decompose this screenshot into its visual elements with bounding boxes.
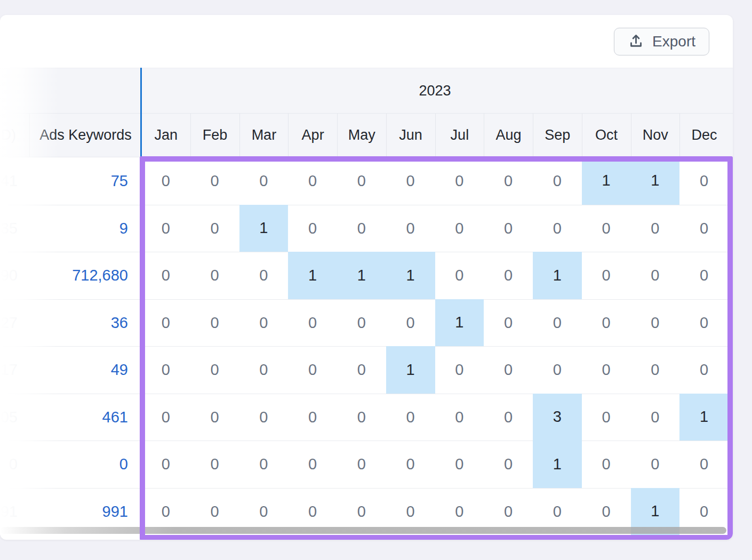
cell-sep: 0 <box>533 157 582 205</box>
month-header-may: May <box>337 114 386 157</box>
month-header-sep: Sep <box>533 114 582 157</box>
cell-jun: 0 <box>386 300 435 347</box>
cell-nov: 0 <box>631 300 680 347</box>
cell-aug: 0 <box>484 205 533 252</box>
month-header-dec: Dec <box>679 114 729 157</box>
export-button[interactable]: Export <box>614 28 709 55</box>
row-id-partial: 0 <box>0 441 18 488</box>
ads-keywords-link[interactable]: 75 <box>29 157 128 205</box>
table-row: 00000000001000 <box>0 441 733 488</box>
ads-keywords-link[interactable]: 36 <box>29 300 128 347</box>
cell-dec: 0 <box>679 441 729 488</box>
cell-jun: 0 <box>386 157 435 205</box>
horizontal-scrollbar[interactable] <box>0 527 726 534</box>
ads-keywords-link[interactable]: 49 <box>29 347 128 394</box>
cell-feb: 0 <box>190 157 239 205</box>
cell-oct: 0 <box>582 441 631 488</box>
cell-dec: 0 <box>679 205 729 252</box>
cell-mar: 0 <box>239 394 289 441</box>
table-row: 1749000001000000 <box>0 346 733 394</box>
row-id-partial: 05 <box>0 394 18 441</box>
cell-aug: 0 <box>484 157 533 205</box>
table-body: 417500000000011035900100000000090712,680… <box>0 157 733 535</box>
cell-may: 1 <box>337 252 386 299</box>
hidden-column-header: D) <box>0 114 16 157</box>
cell-may: 0 <box>337 441 386 488</box>
cell-jan: 0 <box>141 300 190 347</box>
cell-jan: 0 <box>141 157 190 205</box>
cell-nov: 0 <box>631 252 680 299</box>
row-id-partial: 27 <box>0 300 18 347</box>
cell-may: 0 <box>337 205 386 252</box>
cell-mar: 1 <box>239 205 289 252</box>
cell-feb: 0 <box>190 394 239 441</box>
cell-sep: 3 <box>533 394 582 441</box>
cell-aug: 0 <box>484 394 533 441</box>
year-header: 2023 <box>141 68 729 113</box>
cell-oct: 0 <box>582 252 631 299</box>
ads-keywords-link[interactable]: 712,680 <box>29 252 128 299</box>
cell-mar: 0 <box>239 300 289 347</box>
year-header-band: 2023 <box>0 68 733 113</box>
month-header-aug: Aug <box>484 114 533 157</box>
cell-may: 0 <box>337 347 386 394</box>
row-id-partial: 17 <box>0 347 18 394</box>
cell-apr: 0 <box>288 394 337 441</box>
cell-apr: 1 <box>288 252 337 299</box>
cell-dec: 1 <box>679 394 729 441</box>
cell-jul: 1 <box>435 299 484 347</box>
ads-keywords-link[interactable]: 9 <box>29 205 128 252</box>
row-id-partial: 35 <box>0 205 18 252</box>
month-header-oct: Oct <box>582 114 631 157</box>
cell-mar: 0 <box>239 347 289 394</box>
ads-keywords-header: Ads Keywords <box>29 114 141 157</box>
cell-jun: 0 <box>386 394 435 441</box>
cell-mar: 0 <box>239 441 289 488</box>
cell-jan: 0 <box>141 252 190 299</box>
table-row: 4175000000000110 <box>0 157 733 205</box>
cell-feb: 0 <box>190 347 239 394</box>
cell-may: 0 <box>337 157 386 205</box>
cell-nov: 0 <box>631 441 680 488</box>
cell-nov: 0 <box>631 394 680 441</box>
cell-dec: 0 <box>679 252 729 299</box>
cell-apr: 0 <box>288 347 337 394</box>
cell-jun: 0 <box>386 441 435 488</box>
table-row: 359001000000000 <box>0 205 733 252</box>
cell-aug: 0 <box>484 441 533 488</box>
cell-feb: 0 <box>190 300 239 347</box>
cell-oct: 0 <box>582 205 631 252</box>
export-button-label: Export <box>652 33 695 50</box>
month-header-mar: Mar <box>239 114 289 157</box>
upload-icon <box>628 33 644 50</box>
cell-aug: 0 <box>484 252 533 299</box>
cell-jul: 0 <box>435 347 484 394</box>
cell-jun: 1 <box>386 346 435 394</box>
cell-feb: 0 <box>190 441 239 488</box>
cell-jul: 0 <box>435 205 484 252</box>
cell-may: 0 <box>337 300 386 347</box>
table-row: 2736000000100000 <box>0 299 733 347</box>
cell-jan: 0 <box>141 394 190 441</box>
cell-feb: 0 <box>190 252 239 299</box>
cell-mar: 0 <box>239 157 289 205</box>
cell-jul: 0 <box>435 157 484 205</box>
cell-jul: 0 <box>435 394 484 441</box>
cell-feb: 0 <box>190 205 239 252</box>
cell-may: 0 <box>337 394 386 441</box>
cell-jun: 0 <box>386 205 435 252</box>
cell-jun: 1 <box>386 252 435 299</box>
ads-keywords-link[interactable]: 0 <box>29 441 128 488</box>
cell-jul: 0 <box>435 252 484 299</box>
report-panel: Export 2023 D) Ads Keywords JanFebMarApr… <box>0 15 733 540</box>
cell-apr: 0 <box>288 300 337 347</box>
cell-sep: 0 <box>533 347 582 394</box>
cell-mar: 0 <box>239 252 289 299</box>
ads-keywords-link[interactable]: 461 <box>29 394 128 441</box>
toolbar: Export <box>0 15 733 68</box>
month-header-jan: Jan <box>141 114 190 157</box>
month-header-jul: Jul <box>435 114 484 157</box>
month-header-nov: Nov <box>631 114 680 157</box>
cell-dec: 0 <box>679 300 729 347</box>
cell-jan: 0 <box>141 347 190 394</box>
